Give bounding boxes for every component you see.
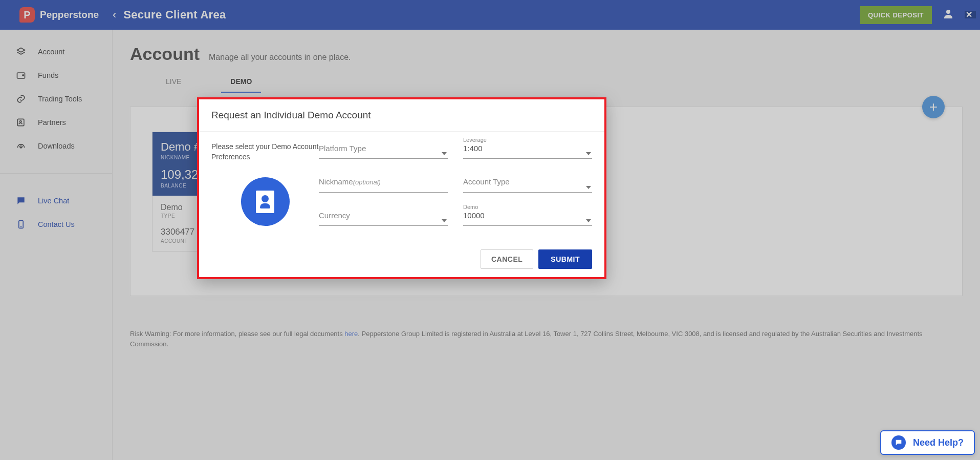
chevron-down-icon (586, 152, 591, 155)
currency-select[interactable]: Currency (319, 211, 448, 226)
chevron-down-icon (586, 219, 591, 222)
demo-label: Demo (463, 204, 478, 210)
account-type-label: Account Type (463, 177, 510, 186)
svg-point-9 (898, 442, 899, 442)
nickname-label: Nickname (319, 177, 353, 186)
account-type-select[interactable]: Account Type (463, 177, 592, 192)
cancel-button[interactable]: CANCEL (481, 249, 533, 269)
platform-type-label: Platform Type (319, 144, 366, 153)
need-help-widget[interactable]: Need Help? (880, 430, 975, 455)
modal-title: Request an Individual Demo Account (199, 99, 604, 132)
svg-point-8 (897, 442, 898, 442)
modal-subtitle: Please select your Demo Account Preferen… (211, 142, 319, 162)
chevron-down-icon (442, 219, 447, 222)
chevron-down-icon (442, 152, 447, 155)
leverage-select[interactable]: Leverage 1:400 (463, 144, 592, 159)
nickname-optional: (optional) (353, 178, 381, 186)
demo-account-modal: Request an Individual Demo Account Pleas… (197, 97, 606, 279)
svg-point-10 (899, 442, 900, 442)
leverage-label: Leverage (463, 137, 487, 143)
help-text: Need Help? (913, 437, 964, 448)
platform-type-select[interactable]: Platform Type (319, 144, 448, 159)
profile-illustration-icon (241, 177, 290, 226)
nickname-input[interactable]: Nickname(optional) (319, 177, 448, 192)
chat-bubble-icon (891, 435, 906, 450)
currency-label: Currency (319, 211, 350, 220)
leverage-value: 1:400 (463, 144, 483, 153)
demo-value: 10000 (463, 211, 485, 220)
submit-button[interactable]: SUBMIT (538, 249, 592, 269)
chevron-down-icon (586, 186, 591, 189)
demo-balance-select[interactable]: Demo 10000 (463, 211, 592, 226)
